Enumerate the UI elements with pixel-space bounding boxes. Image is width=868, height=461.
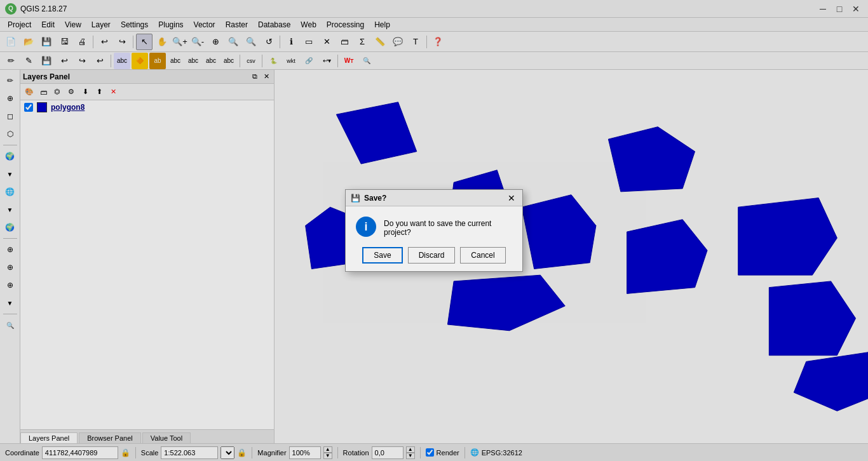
save-dialog: 💾 Save? ✕ i Do you want to save the curr… (345, 189, 523, 272)
dialog-title-text: Save? (364, 194, 386, 203)
dialog-titlebar: 💾 Save? ✕ (346, 190, 522, 206)
dialog-info-icon: i (356, 217, 376, 237)
dialog-content: i Do you want to save the current projec… (356, 217, 512, 237)
save-button[interactable]: Save (362, 247, 402, 264)
cancel-button[interactable]: Cancel (460, 247, 505, 264)
dialog-overlay: 💾 Save? ✕ i Do you want to save the curr… (0, 0, 868, 461)
dialog-body: i Do you want to save the current projec… (346, 206, 522, 269)
discard-button[interactable]: Discard (408, 247, 456, 264)
dialog-close-button[interactable]: ✕ (506, 192, 517, 204)
dialog-message: Do you want to save the current project? (384, 219, 512, 237)
dialog-title: 💾 Save? (351, 194, 386, 203)
dialog-save-icon: 💾 (351, 194, 360, 203)
dialog-buttons: Save Discard Cancel (356, 247, 512, 264)
